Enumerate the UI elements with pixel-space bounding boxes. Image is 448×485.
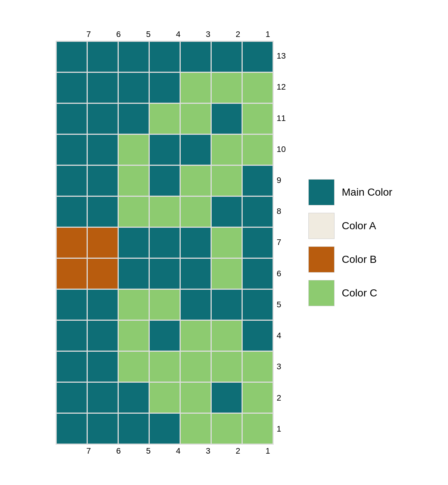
row-labels: 13121110987654321: [277, 41, 286, 445]
grid-cell: [181, 73, 211, 103]
grid-cell: [88, 73, 118, 103]
legend-item: Color C: [308, 280, 392, 306]
grid-cell: [181, 42, 211, 72]
grid-cell: [181, 414, 211, 444]
grid-cell: [243, 352, 273, 382]
grid-cell: [181, 290, 211, 320]
col-label-bottom: 4: [163, 446, 193, 456]
grid-cell: [119, 228, 149, 258]
grid-cell: [212, 321, 242, 351]
col-label: 4: [163, 29, 193, 39]
grid-cell: [88, 352, 118, 382]
bottom-col-labels: 7654321: [74, 446, 283, 456]
legend-swatch: [308, 280, 335, 306]
grid-cell: [88, 321, 118, 351]
grid-cell: [119, 197, 149, 227]
grid-cell: [243, 73, 273, 103]
grid-cell: [119, 321, 149, 351]
grid-cell: [119, 383, 149, 413]
grid-cell: [119, 290, 149, 320]
grid-cell: [181, 352, 211, 382]
row-label: 1: [277, 414, 286, 444]
grid-cell: [243, 290, 273, 320]
grid-cell: [119, 73, 149, 103]
grid-cell: [212, 73, 242, 103]
legend-label: Color B: [342, 254, 377, 265]
legend: Main ColorColor AColor BColor C: [308, 179, 392, 306]
grid-cell: [243, 321, 273, 351]
grid-cell: [57, 42, 87, 72]
grid-cell: [57, 321, 87, 351]
grid-cell: [88, 135, 118, 165]
grid-cell: [181, 321, 211, 351]
row-label: 12: [277, 72, 286, 102]
grid-cell: [57, 73, 87, 103]
grid-with-labels: 13121110987654321: [56, 41, 286, 445]
grid-cell: [150, 73, 180, 103]
col-label-bottom: 6: [103, 446, 133, 456]
grid-cell: [88, 414, 118, 444]
grid-cell: [243, 197, 273, 227]
legend-label: Color A: [342, 220, 376, 232]
row-label: 10: [277, 134, 286, 164]
grid-cell: [88, 290, 118, 320]
grid-cell: [57, 414, 87, 444]
row-label: 2: [277, 383, 286, 413]
grid-cell: [150, 197, 180, 227]
grid-cell: [57, 228, 87, 258]
col-label: 3: [193, 29, 223, 39]
row-label: 4: [277, 321, 286, 351]
legend-item: Color A: [308, 213, 392, 239]
grid-cell: [119, 135, 149, 165]
grid-cell: [212, 352, 242, 382]
grid-cell: [88, 197, 118, 227]
grid-cell: [181, 135, 211, 165]
grid-cell: [243, 414, 273, 444]
row-label: 3: [277, 352, 286, 382]
grid-cell: [150, 228, 180, 258]
grid-cell: [181, 383, 211, 413]
grid-cell: [57, 197, 87, 227]
col-label-bottom: 7: [74, 446, 103, 456]
grid-cell: [181, 228, 211, 258]
grid-cell: [88, 228, 118, 258]
grid-cell: [150, 42, 180, 72]
grid-cell: [57, 166, 87, 196]
grid-cell: [243, 104, 273, 134]
legend-item: Main Color: [308, 179, 392, 205]
chart-area: 7654321 13121110987654321 7654321: [56, 29, 286, 456]
grid-cell: [212, 259, 242, 289]
grid-cell: [119, 414, 149, 444]
grid-cell: [212, 104, 242, 134]
heatmap-grid: [56, 41, 274, 445]
main-container: 7654321 13121110987654321 7654321 Main C…: [56, 29, 392, 456]
grid-cell: [243, 135, 273, 165]
grid-cell: [243, 42, 273, 72]
col-label-bottom: 2: [223, 446, 253, 456]
grid-cell: [150, 321, 180, 351]
grid-cell: [119, 166, 149, 196]
grid-cell: [57, 383, 87, 413]
grid-cell: [150, 166, 180, 196]
grid-cell: [150, 259, 180, 289]
grid-cell: [212, 383, 242, 413]
legend-swatch: [308, 213, 335, 239]
grid-cell: [243, 166, 273, 196]
col-label-bottom: 3: [193, 446, 223, 456]
grid-cell: [212, 166, 242, 196]
row-label: 7: [277, 227, 286, 257]
legend-item: Color B: [308, 246, 392, 273]
col-label: 5: [133, 29, 163, 39]
grid-cell: [88, 383, 118, 413]
col-label: 1: [253, 29, 283, 39]
grid-cell: [212, 228, 242, 258]
grid-cell: [150, 352, 180, 382]
grid-cell: [57, 135, 87, 165]
grid-cell: [119, 259, 149, 289]
grid-cell: [181, 259, 211, 289]
col-label: 7: [74, 29, 103, 39]
col-label-bottom: 1: [253, 446, 283, 456]
col-label: 2: [223, 29, 253, 39]
grid-cell: [88, 166, 118, 196]
grid-cell: [88, 42, 118, 72]
